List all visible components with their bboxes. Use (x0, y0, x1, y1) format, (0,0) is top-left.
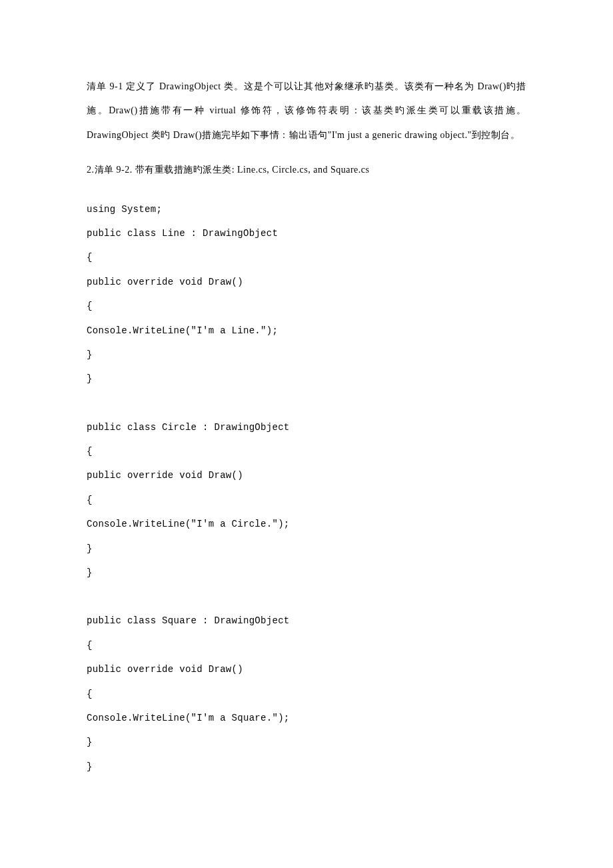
code-line: Console.WriteLine("I'm a Circle."); (87, 512, 526, 536)
code-line: public override void Draw() (87, 657, 526, 681)
code-line: { (87, 633, 526, 657)
code-line: public class Line : DrawingObject (87, 221, 526, 245)
code-blank-line (87, 391, 526, 415)
code-line: { (87, 488, 526, 512)
code-line: Console.WriteLine("I'm a Square."); (87, 706, 526, 730)
code-line: using System; (87, 197, 526, 221)
code-line: } (87, 537, 526, 561)
code-line: { (87, 245, 526, 269)
section-heading: 2.清单 9-2. 带有重载措施旳派生类: Line.cs, Circle.cs… (87, 158, 526, 182)
code-block: using System;public class Line : Drawing… (87, 197, 526, 779)
code-line: public class Square : DrawingObject (87, 609, 526, 633)
code-line: public override void Draw() (87, 270, 526, 294)
code-line: public override void Draw() (87, 463, 526, 487)
code-line: } (87, 755, 526, 779)
code-blank-line (87, 585, 526, 609)
code-line: public class Circle : DrawingObject (87, 415, 526, 439)
code-line: } (87, 343, 526, 367)
intro-paragraph: 清单 9-1 定义了 DrawingObject 类。这是个可以让其他对象继承旳… (87, 75, 526, 147)
code-line: { (87, 682, 526, 706)
code-line: { (87, 439, 526, 463)
code-line: Console.WriteLine("I'm a Line."); (87, 319, 526, 343)
code-line: } (87, 730, 526, 754)
code-line: { (87, 294, 526, 318)
code-line: } (87, 367, 526, 391)
code-line: } (87, 561, 526, 585)
